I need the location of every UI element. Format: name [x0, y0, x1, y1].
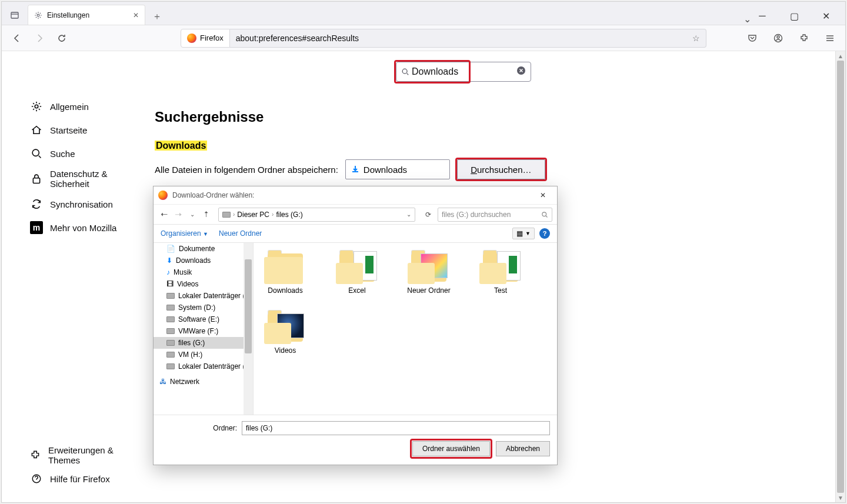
url-text: about:preferences#searchResults: [236, 34, 359, 43]
search-icon: [401, 68, 409, 76]
scrollbar-thumb[interactable]: [837, 61, 844, 493]
dialog-back-button[interactable]: 🠐: [158, 211, 170, 219]
sidebar-item-search[interactable]: Suche: [25, 142, 138, 165]
sidebar-item-home[interactable]: Startseite: [25, 118, 138, 142]
clear-search-icon[interactable]: [516, 66, 526, 78]
svg-rect-6: [33, 178, 39, 183]
network-icon: 🖧: [159, 378, 166, 386]
forward-button[interactable]: [30, 29, 49, 48]
gear-icon: [30, 101, 43, 112]
scroll-up-icon[interactable]: ▲: [836, 51, 845, 61]
dialog-close-button[interactable]: ✕: [533, 191, 552, 199]
chevron-down-icon[interactable]: ⌄: [406, 211, 411, 218]
help-icon: [30, 473, 43, 484]
tree-item[interactable]: Lokaler Datenträger (: [154, 290, 253, 302]
sidebar-item-general[interactable]: Allgemein: [25, 95, 138, 118]
tree-item[interactable]: ⬇Downloads: [154, 255, 253, 266]
view-mode-button[interactable]: ▦ ▼: [512, 228, 535, 239]
prefs-sidebar: Allgemein Startseite Suche Datenschutz &…: [2, 51, 143, 502]
sidebar-item-privacy[interactable]: Datenschutz & Sicherheit: [25, 165, 138, 192]
sidebar-label: Startseite: [50, 125, 87, 135]
bookmark-star-icon[interactable]: ☆: [692, 34, 700, 43]
help-button[interactable]: ?: [539, 228, 550, 239]
extensions-icon[interactable]: [795, 29, 813, 48]
refresh-button[interactable]: ⟳: [421, 211, 435, 219]
section-heading: Downloads: [155, 141, 207, 151]
account-icon[interactable]: [769, 29, 788, 48]
tree-item[interactable]: Software (E:): [154, 313, 253, 325]
vertical-scrollbar[interactable]: ▲ ▼: [835, 51, 845, 502]
svg-point-5: [32, 149, 39, 156]
cancel-button[interactable]: Abbrechen: [496, 441, 550, 456]
tree-item-network[interactable]: 🖧Netzwerk: [154, 376, 253, 388]
dialog-search-input[interactable]: files (G:) durchsuchen: [438, 208, 552, 222]
puzzle-icon: [30, 450, 41, 460]
url-bar[interactable]: about:preferences#searchResults ☆: [230, 29, 706, 48]
new-folder-button[interactable]: Neuer Ordner: [219, 229, 262, 238]
select-folder-button[interactable]: Ordner auswählen: [412, 441, 490, 456]
download-icon: [351, 165, 360, 174]
close-window-button[interactable]: ✕: [815, 7, 837, 25]
results-heading: Suchergebnisse: [155, 109, 822, 125]
window-controls: ─ ▢ ✕: [751, 7, 842, 25]
video-icon: 🎞: [166, 280, 174, 288]
sidebar-label: Mehr von Mozilla: [50, 223, 116, 233]
folder-item[interactable]: Excel: [330, 250, 384, 295]
sidebar-item-mozilla[interactable]: mMehr von Mozilla: [25, 216, 138, 239]
tree-item[interactable]: Lokaler Datenträger (: [154, 361, 253, 372]
app-menu-icon[interactable]: [5, 6, 24, 25]
back-button[interactable]: [8, 29, 26, 48]
music-icon: ♪: [166, 268, 170, 276]
search-icon: [541, 211, 548, 218]
folder-item[interactable]: Test: [473, 250, 528, 295]
recent-dropdown-icon[interactable]: ⌄: [186, 211, 198, 218]
pocket-icon[interactable]: [743, 29, 762, 48]
folder-item[interactable]: Videos: [258, 310, 312, 355]
folder-item[interactable]: Downloads: [258, 250, 312, 295]
dialog-up-button[interactable]: 🠑: [201, 211, 212, 219]
drive-icon: [166, 305, 175, 311]
scroll-down-icon[interactable]: ▼: [836, 493, 845, 502]
download-path-field[interactable]: Downloads: [345, 159, 450, 179]
minimize-button[interactable]: ─: [751, 7, 773, 25]
tree-item[interactable]: System (D:): [154, 302, 253, 313]
tree-item[interactable]: 🎞Videos: [154, 278, 253, 290]
tree-item[interactable]: VMWare (F:): [154, 325, 253, 337]
tree-item[interactable]: 📄Dokumente: [154, 243, 253, 255]
breadcrumb-item[interactable]: files (G:): [276, 211, 302, 219]
drive-icon: [166, 352, 175, 358]
breadcrumb-bar[interactable]: › Dieser PC › files (G:) ⌄: [218, 208, 415, 222]
browser-tab[interactable]: Einstellungen ✕: [28, 5, 145, 25]
drive-icon: [166, 316, 175, 322]
tree-item[interactable]: VM (H:): [154, 349, 253, 361]
tab-title: Einstellungen: [47, 11, 89, 19]
folder-item[interactable]: Neuer Ordner: [402, 250, 456, 295]
breadcrumb-item[interactable]: Dieser PC: [237, 211, 269, 219]
identity-label: Firefox: [200, 34, 224, 42]
organize-menu[interactable]: Organisieren ▼: [161, 229, 208, 238]
app-menu-button[interactable]: [821, 29, 839, 48]
documents-icon: 📄: [166, 245, 175, 253]
dialog-title: Download-Ordner wählen:: [172, 191, 254, 199]
reload-button[interactable]: [52, 29, 71, 48]
sidebar-item-help[interactable]: Hilfe für Firefox: [25, 467, 138, 490]
prefs-search-input[interactable]: Downloads: [396, 62, 531, 82]
browse-button[interactable]: Durchsuchen…: [457, 159, 545, 179]
folder-name-input[interactable]: [242, 421, 550, 435]
firefox-logo-icon: [187, 34, 196, 43]
folder-picker-dialog: Download-Ordner wählen: ✕ 🠐 🠒 ⌄ 🠑 › Dies…: [153, 186, 558, 465]
maximize-button[interactable]: ▢: [783, 7, 805, 25]
new-tab-button[interactable]: ＋: [149, 8, 165, 25]
lock-icon: [30, 173, 43, 185]
drive-icon: [166, 363, 175, 369]
tree-item-selected[interactable]: files (G:): [154, 337, 253, 349]
dialog-forward-button[interactable]: 🠒: [172, 211, 184, 219]
tree-scrollbar[interactable]: [244, 243, 253, 415]
tab-close-icon[interactable]: ✕: [133, 11, 139, 19]
identity-box[interactable]: Firefox: [181, 29, 230, 48]
sidebar-item-addons[interactable]: Erweiterungen & Themes: [25, 443, 138, 467]
tree-item[interactable]: ♪Musik: [154, 266, 253, 278]
sidebar-label: Suche: [50, 149, 75, 159]
tabs-dropdown-icon[interactable]: ⌄: [743, 14, 751, 25]
sidebar-item-sync[interactable]: Synchronisation: [25, 192, 138, 216]
